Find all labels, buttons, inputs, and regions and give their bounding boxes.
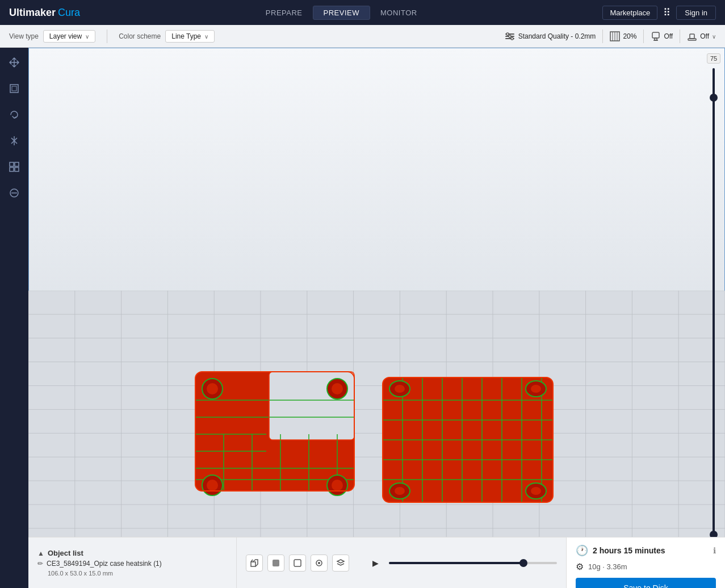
view-type-chevron	[85, 32, 89, 40]
color-scheme-label: Color scheme	[119, 32, 161, 40]
svg-point-96	[395, 487, 405, 495]
svg-point-4	[509, 35, 511, 37]
play-button[interactable]: ▶	[367, 555, 383, 571]
adhesion-button[interactable]: Off	[687, 31, 716, 41]
left-object	[195, 372, 354, 495]
save-to-disk-button[interactable]: Save to Disk	[576, 578, 716, 588]
print-info-panel: 🕐 2 hours 15 minutes ℹ ⚙ 10g · 3.36m Sav…	[566, 537, 725, 588]
object-item: ✏ CE3_5849194_Opiz case heatsink (1)	[37, 560, 227, 568]
print-time-text: 2 hours 15 minutes	[593, 546, 709, 555]
infill-button[interactable]: 20%	[610, 31, 636, 41]
timeline-section: ▶	[358, 555, 566, 571]
top-nav: Ultimaker Cura PREPARE PREVIEW MONITOR M…	[0, 0, 725, 25]
material-text: 10g · 3.36m	[588, 562, 627, 571]
svg-rect-10	[652, 32, 659, 38]
svg-point-68	[207, 383, 218, 394]
rotate-tool-icon[interactable]	[5, 106, 23, 124]
toolbar: View type Layer view Color scheme Line T…	[0, 25, 725, 48]
view-type-select[interactable]: Layer view	[43, 30, 95, 43]
support-button[interactable]: Off	[651, 31, 673, 41]
tab-monitor[interactable]: MONITOR	[370, 6, 428, 20]
svg-point-98	[531, 487, 541, 495]
toolbar-sep-2	[602, 30, 603, 43]
svg-point-72	[207, 480, 218, 491]
svg-point-70	[332, 480, 343, 491]
perspective-icon[interactable]	[246, 555, 263, 572]
nav-right: Marketplace ⠿ Sign in	[602, 6, 716, 20]
support-label: Off	[664, 32, 673, 40]
viewport[interactable]: 75 ▲ Object list ✏ CE3_5849194_Opiz case…	[28, 48, 725, 588]
adhesion-label: Off	[700, 32, 709, 40]
toolbar-right: Standard Quality - 0.2mm 20% Off	[505, 30, 716, 43]
nav-tabs: PREPARE PREVIEW MONITOR	[255, 6, 428, 20]
tab-preview[interactable]: PREVIEW	[313, 6, 370, 20]
layer-slider-container: 75	[702, 48, 725, 588]
svg-point-94	[531, 385, 541, 393]
edit-icon: ✏	[37, 560, 43, 568]
color-scheme-select[interactable]: Line Type	[165, 30, 215, 43]
progress-fill	[389, 562, 523, 564]
svg-rect-18	[10, 162, 14, 166]
support-blocker-icon[interactable]	[5, 184, 23, 202]
svg-rect-21	[15, 167, 19, 171]
bottom-icons	[236, 537, 358, 588]
scale-tool-icon[interactable]	[5, 79, 23, 98]
move-tool-icon[interactable]	[5, 53, 23, 72]
toolbar-sep-3	[643, 30, 644, 43]
adhesion-icon	[687, 31, 697, 41]
wireframe-icon[interactable]	[289, 555, 306, 572]
chevron-up-icon: ▲	[37, 549, 44, 557]
infill-icon	[610, 31, 620, 41]
main-area: 75 ▲ Object list ✏ CE3_5849194_Opiz case…	[0, 48, 725, 588]
layers-icon[interactable]	[332, 555, 349, 572]
solid-view-icon[interactable]	[267, 555, 284, 572]
material-icon: ⚙	[576, 561, 584, 572]
mirror-tool-icon[interactable]	[5, 132, 23, 150]
object-list-section: ▲ Object list ✏ CE3_5849194_Opiz case he…	[28, 544, 236, 581]
svg-point-3	[506, 33, 509, 35]
view-type-value: Layer view	[49, 32, 82, 40]
3d-objects	[178, 346, 576, 545]
layer-value: 75	[707, 53, 720, 64]
progress-bar[interactable]	[389, 562, 557, 564]
object-size: 106.0 x 53.0 x 15.0 mm	[48, 570, 227, 577]
svg-rect-100	[251, 562, 255, 566]
info-icon[interactable]: ℹ	[713, 546, 716, 555]
color-scheme-chevron	[204, 32, 208, 40]
layer-slider-top-thumb[interactable]	[710, 94, 718, 102]
material-row: ⚙ 10g · 3.36m	[576, 561, 716, 572]
tab-prepare[interactable]: PREPARE	[255, 6, 313, 20]
toolbar-sep-1	[107, 30, 107, 43]
clock-icon: 🕐	[576, 544, 588, 557]
adhesion-chevron	[712, 32, 716, 40]
toolbar-sep-4	[680, 30, 680, 43]
quality-icon	[505, 31, 515, 41]
layer-slider-track[interactable]	[713, 68, 715, 582]
quality-button[interactable]: Standard Quality - 0.2mm	[505, 31, 596, 41]
xray-icon[interactable]	[311, 555, 328, 572]
object-name: CE3_5849194_Opiz case heatsink (1)	[47, 560, 162, 568]
left-sidebar	[0, 48, 28, 588]
svg-point-74	[332, 383, 343, 394]
view-type-label: View type	[9, 32, 39, 40]
logo-ultimaker: Ultimaker	[9, 7, 56, 19]
logo: Ultimaker Cura	[9, 7, 80, 19]
svg-point-5	[511, 37, 513, 40]
marketplace-button[interactable]: Marketplace	[602, 6, 657, 20]
support-icon	[651, 31, 661, 41]
signin-button[interactable]: Sign in	[676, 6, 716, 20]
per-model-icon[interactable]	[5, 158, 23, 176]
object-list-header[interactable]: ▲ Object list	[37, 549, 227, 557]
color-scheme-value: Line Type	[171, 32, 201, 40]
right-object	[383, 377, 553, 502]
object-list-label: Object list	[48, 549, 83, 557]
progress-thumb[interactable]	[519, 559, 527, 567]
svg-rect-103	[273, 560, 279, 566]
quality-label: Standard Quality - 0.2mm	[518, 32, 596, 40]
view-type-group: View type Layer view	[9, 30, 95, 43]
bottom-bar: ▲ Object list ✏ CE3_5849194_Opiz case he…	[28, 537, 725, 588]
logo-cura: Cura	[58, 7, 80, 19]
svg-rect-20	[10, 167, 14, 171]
print-time-row: 🕐 2 hours 15 minutes ℹ	[576, 544, 716, 557]
grid-icon[interactable]: ⠿	[663, 6, 670, 19]
